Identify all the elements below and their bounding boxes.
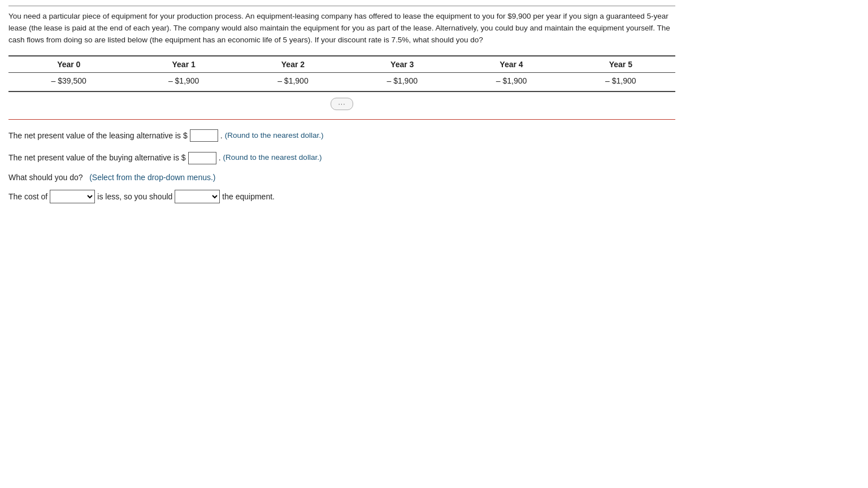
col-header-year2: Year 2 bbox=[238, 56, 348, 73]
cell-year4: – $1,900 bbox=[457, 72, 566, 91]
table-row: – $39,500 – $1,900 – $1,900 – $1,900 – $… bbox=[8, 72, 675, 91]
what-should-row: What should you do? (Select from the dro… bbox=[8, 173, 675, 182]
leasing-npv-input[interactable] bbox=[190, 129, 218, 142]
cash-flow-table: Year 0 Year 1 Year 2 Year 3 Year 4 Year … bbox=[8, 55, 675, 92]
leasing-hint: (Round to the nearest dollar.) bbox=[225, 129, 324, 142]
cost-dropdown-2[interactable]: lease buy bbox=[175, 190, 220, 203]
col-header-year0: Year 0 bbox=[8, 56, 129, 73]
buying-period: . bbox=[219, 151, 221, 165]
problem-text: You need a particular piece of equipment… bbox=[8, 11, 675, 46]
the-equipment-label: the equipment. bbox=[222, 192, 275, 201]
cell-year3: – $1,900 bbox=[348, 72, 457, 91]
buying-hint: (Round to the nearest dollar.) bbox=[223, 151, 322, 164]
cost-of-row: The cost of leasing buying is less, so y… bbox=[8, 190, 675, 203]
buying-npv-input[interactable] bbox=[188, 152, 216, 164]
col-header-year1: Year 1 bbox=[129, 56, 238, 73]
cell-year1: – $1,900 bbox=[129, 72, 238, 91]
what-should-label: What should you do? bbox=[8, 173, 83, 182]
col-header-year5: Year 5 bbox=[566, 56, 675, 73]
top-divider bbox=[8, 6, 675, 6]
is-less-label: is less, so you should bbox=[97, 192, 172, 201]
leasing-npv-row: The net present value of the leasing alt… bbox=[8, 129, 675, 143]
leasing-label: The net present value of the leasing alt… bbox=[8, 129, 188, 143]
what-should-hint: (Select from the drop-down menus.) bbox=[89, 173, 215, 182]
buying-npv-row: The net present value of the buying alte… bbox=[8, 151, 675, 165]
leasing-period: . bbox=[220, 129, 223, 143]
cost-of-label: The cost of bbox=[8, 192, 47, 201]
buying-label: The net present value of the buying alte… bbox=[8, 151, 186, 165]
col-header-year4: Year 4 bbox=[457, 56, 566, 73]
col-header-year3: Year 3 bbox=[348, 56, 457, 73]
cell-year2: – $1,900 bbox=[238, 72, 348, 91]
collapse-section: ··· bbox=[8, 92, 675, 120]
cell-year5: – $1,900 bbox=[566, 72, 675, 91]
cost-dropdown-1[interactable]: leasing buying bbox=[50, 190, 95, 203]
answers-section: The net present value of the leasing alt… bbox=[8, 129, 675, 203]
cell-year0: – $39,500 bbox=[8, 72, 129, 91]
collapse-button[interactable]: ··· bbox=[331, 98, 353, 110]
